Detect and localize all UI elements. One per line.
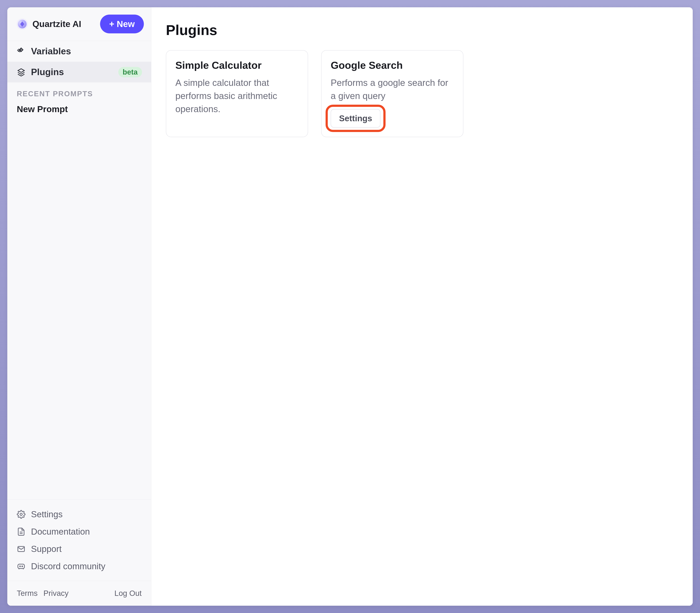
new-button[interactable]: + New (100, 15, 144, 34)
plugin-card-simple-calculator[interactable]: Simple Calculator A simple calculator th… (166, 50, 308, 137)
sidebar-bottom: Settings Documentation Support Discord c… (7, 499, 151, 581)
sidebar-item-label: Settings (31, 509, 63, 519)
terms-link[interactable]: Terms (17, 589, 38, 598)
plugin-card-title: Google Search (331, 59, 454, 71)
sidebar-item-discord[interactable]: Discord community (7, 558, 151, 575)
beta-badge: beta (118, 67, 142, 77)
sidebar-item-documentation[interactable]: Documentation (7, 523, 151, 540)
sidebar-item-label: Plugins (31, 67, 113, 77)
sidebar-nav: Variables Plugins beta (7, 41, 151, 82)
brand[interactable]: Quartzite AI (17, 18, 81, 29)
plugin-card-title: Simple Calculator (175, 59, 299, 71)
svg-rect-5 (18, 564, 24, 569)
plugin-card-description: Performs a google search for a given que… (331, 76, 454, 103)
sidebar: Quartzite AI + New Variables (7, 7, 151, 606)
svg-point-7 (22, 566, 23, 567)
sidebar-item-support[interactable]: Support (7, 540, 151, 558)
brand-logo-icon (17, 18, 28, 29)
recent-prompt-item[interactable]: New Prompt (7, 102, 151, 117)
recent-prompts-heading: RECENT PROMPTS (7, 82, 151, 102)
mail-icon (17, 545, 26, 553)
logout-link[interactable]: Log Out (115, 589, 142, 598)
sidebar-item-variables[interactable]: Variables (7, 41, 151, 62)
grid-icon (17, 47, 26, 56)
app-window: Quartzite AI + New Variables (7, 7, 693, 606)
gear-icon (17, 510, 26, 519)
brand-name: Quartzite AI (32, 19, 81, 29)
sidebar-item-plugins[interactable]: Plugins beta (7, 62, 151, 82)
sidebar-footer: Terms Privacy Log Out (7, 581, 151, 606)
svg-point-1 (20, 513, 22, 516)
sidebar-item-settings[interactable]: Settings (7, 506, 151, 523)
sidebar-item-label: Support (31, 544, 62, 554)
layers-icon (17, 68, 26, 76)
plugin-card-grid: Simple Calculator A simple calculator th… (166, 50, 678, 137)
sidebar-header: Quartzite AI + New (7, 7, 151, 41)
plugin-settings-button[interactable]: Settings (331, 109, 381, 128)
discord-icon (17, 562, 26, 571)
sidebar-item-label: Variables (31, 46, 142, 56)
plugin-card-description: A simple calculator that performs basic … (175, 76, 299, 116)
privacy-link[interactable]: Privacy (43, 589, 68, 598)
svg-point-6 (20, 566, 21, 567)
sidebar-spacer (7, 117, 151, 499)
sidebar-item-label: Discord community (31, 561, 105, 571)
plugin-card-google-search[interactable]: Google Search Performs a google search f… (321, 50, 463, 137)
doc-icon (17, 527, 26, 536)
sidebar-item-label: Documentation (31, 526, 90, 537)
main-content: Plugins Simple Calculator A simple calcu… (151, 7, 693, 606)
page-title: Plugins (166, 22, 678, 38)
svg-marker-0 (18, 69, 24, 73)
